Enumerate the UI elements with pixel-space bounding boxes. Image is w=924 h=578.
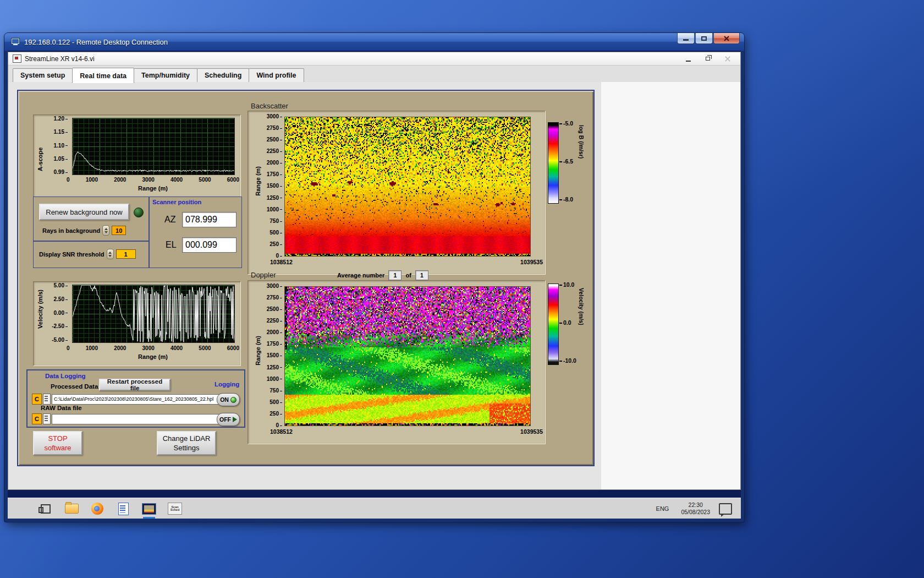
tick-label: -6.5 xyxy=(559,158,573,165)
tick-label: 6000 xyxy=(227,177,239,183)
velocity-ylabel: Velocity (m/s) xyxy=(37,290,43,329)
scanner-position-box: Scanner position AZ 078.999 EL 000.099 xyxy=(148,197,242,268)
average-number-value[interactable]: 1 xyxy=(388,270,402,280)
maximize-icon xyxy=(701,36,707,41)
vi-titlebar[interactable]: StreamLine XR v14-6.vi xyxy=(8,52,740,66)
rays-in-background-label: Rays in background xyxy=(42,227,100,234)
tick-label: 2000 xyxy=(267,329,282,335)
tick-label: 750 xyxy=(270,218,282,224)
vi-restore-button[interactable] xyxy=(702,54,714,63)
restart-processed-file-button[interactable]: Restart processed file xyxy=(99,379,170,391)
tick-label: 1000 xyxy=(86,177,98,183)
tick-label: -8.0 xyxy=(559,196,573,203)
rdp-titlebar[interactable]: 192.168.0.122 - Remote Desktop Connectio… xyxy=(4,33,744,51)
snr-threshold-box: Display SNR threshold 1 xyxy=(33,241,150,268)
el-value[interactable]: 000.099 xyxy=(182,237,237,253)
raw-drive-selector[interactable]: C xyxy=(32,413,42,424)
on-led-icon xyxy=(230,397,237,403)
tab-scheduling[interactable]: Scheduling xyxy=(197,68,249,83)
maximize-button[interactable] xyxy=(695,33,713,44)
logging-label: Logging xyxy=(215,381,239,388)
action-center-icon[interactable] xyxy=(719,503,732,515)
tick-label: 2500 xyxy=(267,306,282,312)
firefox-icon[interactable] xyxy=(90,501,105,516)
close-button[interactable] xyxy=(713,33,740,44)
restart-processed-file-label: Restart processed file xyxy=(103,378,166,391)
task-view-glyph xyxy=(41,504,51,514)
data-logging-panel: Data Logging Processed Data file Restart… xyxy=(26,369,245,428)
ascope-ylabel: A-scope xyxy=(37,125,43,171)
snr-value[interactable]: 1 xyxy=(116,249,136,259)
tick-label: 1.10 xyxy=(54,143,68,149)
rays-value[interactable]: 10 xyxy=(112,226,126,235)
change-lidar-settings-button[interactable]: Change LiDAR Settings xyxy=(157,431,216,455)
tab-system-setup[interactable]: System setup xyxy=(13,68,73,83)
tick-label: 1250 xyxy=(267,364,282,370)
tick-label: 2750 xyxy=(267,125,282,131)
processed-drive-selector[interactable]: C xyxy=(32,394,42,405)
tick-label: 500 xyxy=(270,399,282,405)
tick-label: 4000 xyxy=(170,177,183,183)
tick-label: -5.0 xyxy=(559,120,573,127)
tab-temp-humidity[interactable]: Temp/humidity xyxy=(134,68,197,83)
file-browse-icon[interactable] xyxy=(43,413,51,424)
rays-stepper[interactable] xyxy=(102,225,109,236)
stop-label-line2: software xyxy=(44,443,71,452)
vi-minimize-button[interactable] xyxy=(682,54,694,63)
desktop: 192.168.0.122 - Remote Desktop Connectio… xyxy=(0,0,924,578)
off-arrow-icon xyxy=(233,417,237,422)
average-number-control: Average number 1 of 1 xyxy=(337,270,428,280)
streamline-app-icon[interactable] xyxy=(142,501,156,516)
az-label: AZ xyxy=(164,215,175,225)
change-lidar-label-line2: Settings xyxy=(174,443,200,452)
file-explorer-icon[interactable] xyxy=(64,501,79,516)
processed-path-field[interactable]: C:\Lidar\Data\Proc\2023\202308\20230805\… xyxy=(52,394,219,405)
ascope-graph: A-scope 1.201.151.101.050.99 01000200030… xyxy=(33,114,241,197)
tick-label: 2250 xyxy=(267,148,282,154)
renew-background-button[interactable]: Renew background now xyxy=(39,204,129,220)
ascope-xlabel: Range (m) xyxy=(72,185,234,192)
taskbar-clock[interactable]: 22:30 05/08/2023 xyxy=(681,501,710,516)
background-controls-box: Renew background now Rays in background … xyxy=(33,197,150,242)
remote-desktop-area: StreamLine XR v14-6.vi System setupReal … xyxy=(8,51,741,519)
task-view-icon[interactable] xyxy=(38,501,53,516)
file-browse-icon[interactable] xyxy=(43,394,51,405)
renew-background-label: Renew background now xyxy=(46,208,122,216)
tab-real-time-data[interactable]: Real time data xyxy=(72,68,134,83)
tick-label: 3000 xyxy=(142,345,155,351)
language-indicator[interactable]: ENG xyxy=(653,503,673,514)
taskbar-tray: ENG 22:30 05/08/2023 xyxy=(653,501,732,516)
labview-icon xyxy=(13,54,21,63)
average-number-total[interactable]: 1 xyxy=(415,270,428,280)
close-icon xyxy=(723,35,730,42)
stop-software-button[interactable]: STOP software xyxy=(33,431,82,455)
velocity-yticks: 5.002.500.00-2.50-5.00 xyxy=(46,282,68,343)
ascope-xticks: 0100020003000400050006000 xyxy=(67,177,239,183)
scan-scheduler-glyph: ScanSched xyxy=(168,503,182,515)
az-value[interactable]: 078.999 xyxy=(182,212,237,227)
minimize-icon xyxy=(686,61,691,62)
processed-logging-toggle[interactable]: ON xyxy=(217,393,240,406)
doppler-colorbar-unit: Velocity (m/s) xyxy=(578,288,585,325)
backscatter-x-end: 1039535 xyxy=(520,259,543,265)
tick-label: 3000 xyxy=(267,283,282,289)
raw-logging-toggle[interactable]: OFF xyxy=(217,413,240,426)
minimize-button[interactable] xyxy=(677,33,695,44)
raw-path-field[interactable] xyxy=(52,414,219,424)
document-app-icon[interactable] xyxy=(116,501,130,516)
close-icon xyxy=(725,56,730,62)
ascope-yticks: 1.201.151.101.050.99 xyxy=(48,116,68,175)
restore-icon xyxy=(706,57,710,61)
tick-label: 0 xyxy=(276,253,282,259)
streamline-app-glyph xyxy=(142,503,156,515)
tick-label: 1000 xyxy=(267,376,282,382)
remote-taskbar: ScanSched ENG 22:30 05/08/2023 xyxy=(8,498,741,519)
tab-wind-profile[interactable]: Wind profile xyxy=(249,68,304,83)
tick-label: 500 xyxy=(270,230,282,236)
file-explorer-glyph xyxy=(65,504,79,514)
tick-label: 3000 xyxy=(267,113,282,119)
snr-stepper[interactable] xyxy=(107,249,114,259)
doppler-x-end: 1039535 xyxy=(520,428,543,435)
snr-threshold-label: Display SNR threshold xyxy=(39,251,105,258)
scan-scheduler-icon[interactable]: ScanSched xyxy=(168,501,182,516)
